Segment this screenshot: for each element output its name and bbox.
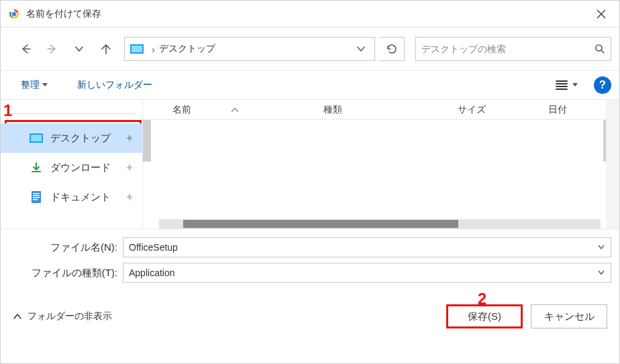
- chevron-down-icon: [597, 243, 605, 251]
- sort-indicator: [231, 108, 238, 112]
- desktop-icon: [29, 132, 44, 144]
- file-list: 名前 種類 サイズ 日付: [143, 100, 619, 229]
- history-button[interactable]: [68, 38, 91, 60]
- breadcrumb[interactable]: › デスクトップ: [124, 37, 375, 61]
- save-button[interactable]: 保存(S): [446, 304, 523, 328]
- svg-rect-10: [33, 195, 40, 196]
- caret-down-icon: [572, 82, 578, 88]
- vertical-scrollbar[interactable]: [606, 100, 619, 229]
- document-icon: [29, 190, 44, 204]
- breadcrumb-dropdown[interactable]: [352, 44, 370, 54]
- list-view-icon: [555, 80, 568, 90]
- column-type[interactable]: 種類: [323, 104, 458, 116]
- caret-down-icon: [42, 82, 48, 88]
- folders-toggle-label: フォルダーの非表示: [28, 310, 112, 322]
- search-box[interactable]: [415, 37, 611, 61]
- horizontal-scrollbar[interactable]: [159, 219, 601, 229]
- forward-button[interactable]: [41, 38, 64, 60]
- back-button[interactable]: [14, 38, 37, 60]
- filename-label: ファイル名(N):: [9, 241, 123, 254]
- sidebar: デスクトップ ダウンロード ドキュメント: [1, 100, 143, 229]
- sidebar-item-label: ダウンロード: [50, 162, 125, 174]
- window-title: 名前を付けて保存: [26, 8, 586, 20]
- filetype-select[interactable]: Application: [123, 263, 611, 283]
- pin-icon: [125, 192, 134, 202]
- save-label: 保存(S): [468, 310, 501, 323]
- refresh-button[interactable]: [379, 37, 405, 61]
- sidebar-item-label: デスクトップ: [50, 132, 125, 145]
- close-button[interactable]: [586, 1, 617, 27]
- chevron-down-icon: [597, 269, 605, 277]
- sidebar-item-label: ドキュメント: [50, 191, 125, 204]
- organize-button[interactable]: 整理: [15, 76, 53, 94]
- desktop-icon: [129, 42, 145, 56]
- filename-value: OfficeSetup: [129, 242, 597, 253]
- sidebar-item-desktop[interactable]: デスクトップ: [1, 123, 142, 153]
- new-folder-label: 新しいフォルダー: [77, 79, 152, 91]
- question-icon: ?: [599, 79, 606, 91]
- organize-label: 整理: [21, 79, 40, 91]
- column-headers: 名前 種類 サイズ 日付: [143, 100, 619, 120]
- chevron-up-icon: [13, 312, 22, 321]
- scrollbar-thumb[interactable]: [183, 220, 458, 228]
- close-icon: [597, 9, 606, 19]
- breadcrumb-separator: ›: [152, 44, 155, 55]
- search-icon: [595, 44, 605, 54]
- footer: ファイル名(N): OfficeSetup ファイルの種類(T): Applic…: [1, 229, 619, 292]
- chevron-down-icon: [74, 44, 84, 54]
- column-size[interactable]: サイズ: [458, 104, 548, 116]
- list-body: [143, 120, 619, 229]
- svg-rect-7: [31, 135, 42, 141]
- pin-icon: [125, 163, 134, 172]
- breadcrumb-current: デスクトップ: [159, 43, 215, 55]
- cancel-button[interactable]: キャンセル: [531, 304, 607, 328]
- download-icon: [29, 162, 44, 174]
- search-input[interactable]: [421, 44, 595, 54]
- filetype-label: ファイルの種類(T):: [9, 267, 123, 280]
- refresh-icon: [386, 43, 398, 55]
- svg-rect-12: [33, 199, 38, 200]
- bottom-bar: フォルダーの非表示 2 保存(S) キャンセル: [1, 292, 619, 341]
- arrow-right-icon: [46, 43, 58, 55]
- body-area: 1 デスクトップ ダウンロード ドキュメント 名前 種類 サイズ: [1, 100, 619, 229]
- filename-input[interactable]: OfficeSetup: [123, 237, 611, 257]
- filetype-value: Application: [129, 267, 597, 278]
- help-button[interactable]: ?: [594, 76, 611, 94]
- new-folder-button[interactable]: 新しいフォルダー: [72, 76, 158, 94]
- sidebar-separator: [10, 113, 133, 114]
- chrome-icon: [7, 7, 21, 21]
- up-button[interactable]: [95, 38, 117, 60]
- toolbar: 整理 新しいフォルダー ?: [1, 70, 619, 100]
- cancel-label: キャンセル: [544, 310, 595, 323]
- svg-rect-4: [132, 46, 142, 52]
- arrow-up-icon: [100, 43, 112, 55]
- title-bar: 名前を付けて保存: [1, 1, 619, 27]
- pin-icon: [125, 133, 134, 143]
- view-button[interactable]: [555, 80, 578, 90]
- sidebar-item-downloads[interactable]: ダウンロード: [1, 153, 142, 182]
- chevron-down-icon: [356, 44, 366, 54]
- folders-toggle[interactable]: フォルダーの非表示: [13, 310, 112, 322]
- svg-rect-9: [33, 193, 40, 194]
- column-date[interactable]: 日付: [548, 104, 599, 116]
- sidebar-item-documents[interactable]: ドキュメント: [1, 182, 142, 212]
- svg-rect-11: [33, 197, 40, 198]
- arrow-left-icon: [19, 43, 32, 55]
- nav-bar: › デスクトップ: [1, 27, 619, 70]
- column-name[interactable]: 名前: [172, 104, 323, 116]
